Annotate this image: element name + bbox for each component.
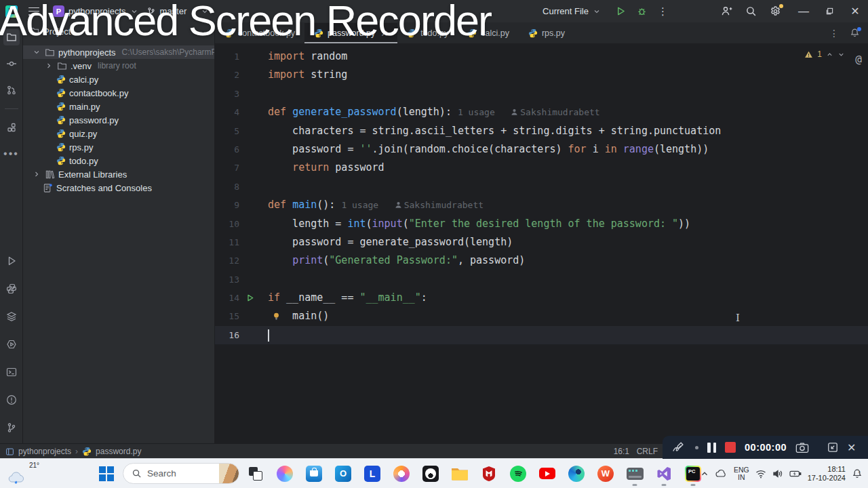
battery-icon[interactable] [789,470,802,478]
taskbar-search-pill-icon[interactable]: Search [123,461,239,487]
draw-pen-icon[interactable] [671,441,686,454]
code-editor[interactable]: 1import random2import string34def genera… [215,43,868,444]
tree-item-External Libraries[interactable]: External Libraries [23,167,214,181]
usage-hint[interactable]: 1 usage [458,107,511,117]
taskbar-mcafee-icon[interactable] [476,461,502,487]
search-everywhere-icon[interactable] [745,5,757,17]
tree-item-pythonprojects[interactable]: pythonprojectsC:\Users\saksh\PycharmPr [23,45,214,59]
tree-item-password.py[interactable]: password.py [23,113,214,127]
tab-rps.py[interactable]: rps.py [519,23,574,43]
code-line-7[interactable]: 7 return password [215,159,868,177]
code-line-5[interactable]: 5 characters = string.ascii_letters + st… [215,122,868,140]
taskbar-outlook-icon[interactable]: O [330,461,356,487]
services-tool-icon[interactable] [3,308,20,325]
wifi-icon[interactable] [755,469,766,479]
python-packages-tool-icon[interactable] [3,281,20,297]
taskbar-wps-office-icon[interactable]: W [593,461,618,487]
notifications-bell-icon[interactable] [850,28,860,38]
tree-item-contactbook.py[interactable]: contactbook.py [23,86,214,100]
code-line-2[interactable]: 2import string [215,66,868,84]
code-line-3[interactable]: 3 [215,85,868,103]
tab-options-icon[interactable]: ⋮ [829,28,839,39]
taskbar-youtube-icon[interactable] [534,461,560,487]
close-button[interactable]: ✕ [842,0,868,22]
project-panel-header[interactable]: Project [23,22,214,40]
taskbar-copilot-icon[interactable] [272,461,298,487]
tab-close-icon[interactable]: ✕ [380,28,388,39]
inspections-widget[interactable]: 1 [804,49,845,59]
code-line-6[interactable]: 6 password = ''.join(random.choice(chara… [215,140,868,159]
code-line-9[interactable]: 9def main(): 1 usage Sakshimudrabett [215,196,868,214]
usage-hint[interactable]: 1 usage [341,200,394,210]
maximize-button[interactable] [816,0,842,22]
taskbar-spotify-icon[interactable] [505,461,531,487]
run-config-selector[interactable]: Current File [538,4,605,18]
breadcrumb-project[interactable]: pythonprojects [18,447,71,456]
taskbar-browser-icon[interactable] [389,461,414,487]
chevron-right-icon[interactable] [32,170,41,178]
run-tool-icon[interactable] [3,253,20,269]
taskbar-start-icon[interactable] [94,461,119,487]
minimize-player-icon[interactable] [827,442,838,453]
onedrive-icon[interactable] [715,469,728,478]
breadcrumb-file[interactable]: password.py [96,447,141,456]
taskbar-edge-icon[interactable] [564,461,589,487]
project-widget[interactable]: P pythonprojects [49,3,142,19]
minimize-button[interactable]: — [791,0,816,22]
caret-position[interactable]: 16:1 [614,447,629,456]
more-tools-icon[interactable]: ••• [3,146,20,162]
debug-button[interactable] [637,6,647,16]
tree-item-calci.py[interactable]: calci.py [23,73,214,86]
taskbar-microsoft-store-icon[interactable] [301,461,327,487]
stop-button[interactable] [725,442,736,453]
language-indicator[interactable]: ENGIN [734,466,749,481]
taskbar-task-view-icon[interactable] [243,461,269,487]
project-tool-icon[interactable] [3,29,20,45]
code-line-11[interactable]: 11 password = generate_password(length) [215,233,868,251]
tree-item-rps.py[interactable]: rps.py [23,140,214,154]
add-user-icon[interactable] [721,5,732,17]
tree-item-Scratches and Consoles[interactable]: Scratches and Consoles [23,181,214,195]
ai-assistant-icon[interactable]: @ [855,53,862,66]
problems-tool-icon[interactable] [3,392,20,408]
run-gutter-icon[interactable] [246,293,254,302]
tab-calci.py[interactable]: calci.py [458,23,519,43]
taskbar-github-icon[interactable] [418,461,443,487]
tree-item-main.py[interactable]: main.py [23,100,214,113]
python-console-tool-icon[interactable] [3,336,20,352]
vcs-branch-widget[interactable]: master ⇡ [142,4,213,18]
pause-button[interactable] [707,443,716,453]
code-line-16[interactable]: 16 [215,326,868,344]
code-line-8[interactable]: 8 [215,178,868,196]
tab-password.py[interactable]: password.py✕ [304,23,397,43]
tab-contactbook.py[interactable]: contactbook.py [215,23,304,43]
code-line-12[interactable]: 12 print("Generated Password:", password… [215,251,868,270]
code-line-13[interactable]: 13 [215,270,868,289]
taskbar-visual-studio-icon[interactable] [651,461,677,487]
clock-widget[interactable]: 18:11 17-10-2024 [808,465,846,483]
settings-gear-icon[interactable] [770,5,781,17]
structure-tool-icon[interactable] [3,119,20,136]
tray-chevron-up-icon[interactable] [700,469,709,479]
more-actions-icon[interactable]: ⋮ [658,5,668,18]
main-menu-icon[interactable] [28,7,39,16]
taskbar-file-explorer-icon[interactable] [447,461,473,487]
weather-widget[interactable]: 21° [8,462,39,486]
chevron-right-icon[interactable] [44,62,54,70]
commit-tool-icon[interactable] [3,56,20,72]
code-line-10[interactable]: 10 length = int(input("Enter the desired… [215,215,868,233]
line-ending[interactable]: CRLF [637,447,658,456]
tree-item-todo.py[interactable]: todo.py [23,154,214,167]
chevron-down-icon[interactable] [32,48,41,56]
pull-requests-tool-icon[interactable] [3,82,20,98]
next-problem-icon[interactable] [837,51,845,58]
code-line-15[interactable]: 15 main() [215,307,868,325]
prev-problem-icon[interactable] [826,51,833,58]
taskbar-keyboard-app-icon[interactable] [622,461,648,487]
recorder-close-icon[interactable]: ✕ [847,441,856,454]
taskbar-l-app-icon[interactable]: L [359,461,385,487]
code-line-4[interactable]: 4def generate_password(length): 1 usage … [215,103,868,121]
tree-item-.venv[interactable]: .venvlibrary root [23,59,214,73]
tree-item-quiz.py[interactable]: quiz.py [23,127,214,140]
screenshot-camera-icon[interactable] [795,442,809,453]
